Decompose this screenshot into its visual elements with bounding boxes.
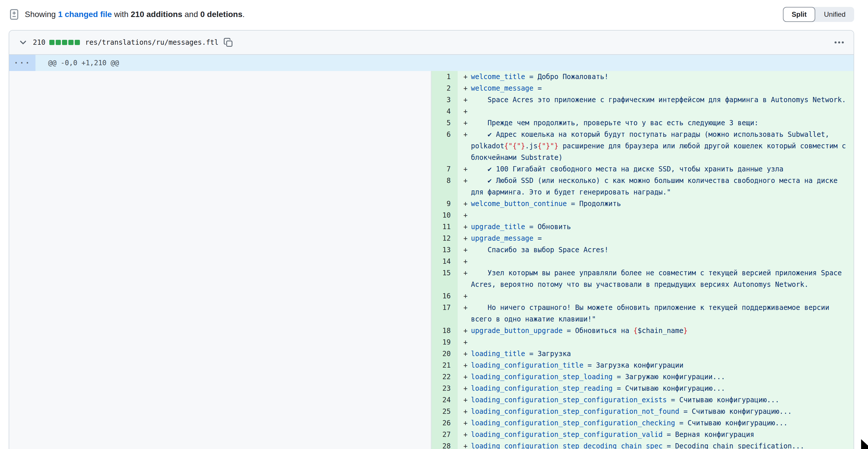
- diff-row: 21+loading_configuration_title = Загрузк…: [431, 360, 854, 371]
- line-number[interactable]: 4: [431, 106, 458, 117]
- diff-row: 20+loading_title = Загрузка: [431, 348, 854, 360]
- added-line: + Узел которым вы ранее управляли более …: [458, 267, 854, 290]
- addition-marker: +: [463, 106, 467, 117]
- line-number[interactable]: 9: [431, 198, 458, 209]
- added-line: +welcome_button_continue = Продолжить: [458, 198, 854, 209]
- diff-row: 14+: [431, 256, 854, 267]
- addition-marker: +: [463, 360, 467, 371]
- line-number[interactable]: 27: [431, 429, 458, 440]
- chevron-down-icon[interactable]: [18, 37, 28, 48]
- code-text: ✔ Адрес кошелька на который будут поступ…: [471, 129, 849, 163]
- addition-marker: +: [463, 417, 467, 429]
- diff-row: 24+loading_configuration_step_configurat…: [431, 394, 854, 406]
- file-header: 210 res/translations/ru/messages.ftl: [9, 31, 854, 55]
- file-diff-icon: [9, 9, 20, 20]
- line-number[interactable]: 14: [431, 256, 458, 267]
- summary-with: with: [112, 10, 131, 19]
- diff-row: 5+ Прежде чем продолжить, проверьте что …: [431, 117, 854, 129]
- code-text: loading_configuration_step_configuration…: [471, 394, 849, 406]
- added-line: +loading_configuration_step_configuratio…: [458, 429, 854, 440]
- addition-marker: +: [463, 348, 467, 360]
- diff-row: 4+: [431, 106, 854, 117]
- diff-view-toggle: Split Unified: [783, 7, 854, 22]
- code-text: welcome_title = Добро Пожаловать!: [471, 71, 849, 83]
- line-number[interactable]: 13: [431, 244, 458, 256]
- kebab-menu-icon[interactable]: [833, 37, 845, 48]
- line-number[interactable]: 6: [431, 129, 458, 163]
- diffstat-block: [56, 40, 61, 45]
- line-number[interactable]: 20: [431, 348, 458, 360]
- line-number[interactable]: 12: [431, 233, 458, 244]
- code-text: Прежде чем продолжить, проверьте что у в…: [471, 117, 849, 129]
- line-number[interactable]: 25: [431, 406, 458, 417]
- line-number[interactable]: 7: [431, 163, 458, 175]
- added-line: +loading_title = Загрузка: [458, 348, 854, 360]
- added-line: +loading_configuration_step_reading = Сч…: [458, 383, 854, 394]
- hunk-header-text: @@ -0,0 +1,210 @@: [35, 55, 854, 71]
- addition-marker: +: [463, 440, 467, 449]
- added-line: +upgrade_button_upgrade = Обновиться на …: [458, 325, 854, 336]
- code-text: [471, 336, 849, 348]
- summary-period: .: [243, 10, 245, 19]
- addition-marker: +: [463, 83, 467, 94]
- diff-row: 2+welcome_message =: [431, 83, 854, 94]
- added-line: + ✔ Адрес кошелька на который будут пост…: [458, 129, 854, 163]
- line-number[interactable]: 10: [431, 209, 458, 221]
- line-number[interactable]: 26: [431, 417, 458, 429]
- diffstat-block: [68, 40, 73, 45]
- addition-marker: +: [463, 267, 467, 279]
- split-view-button[interactable]: Split: [783, 7, 815, 22]
- diff-row: 23+loading_configuration_step_reading = …: [431, 383, 854, 394]
- line-number[interactable]: 16: [431, 290, 458, 302]
- copy-icon[interactable]: [223, 37, 233, 47]
- addition-marker: +: [463, 383, 467, 394]
- code-text: Но ничего страшного! Вы можете обновить …: [471, 302, 849, 325]
- addition-marker: +: [463, 117, 467, 129]
- addition-marker: +: [463, 256, 467, 267]
- code-text: Узел которым вы ранее управляли более не…: [471, 267, 849, 290]
- line-number[interactable]: 21: [431, 360, 458, 371]
- code-text: upgrade_button_upgrade = Обновиться на {…: [471, 325, 849, 336]
- line-number[interactable]: 5: [431, 117, 458, 129]
- line-number[interactable]: 19: [431, 336, 458, 348]
- diff-row: 18+upgrade_button_upgrade = Обновиться н…: [431, 325, 854, 336]
- changed-files-link[interactable]: 1 changed file: [58, 10, 112, 19]
- diffstat-block: [62, 40, 67, 45]
- diff-row: 28+loading_configuration_step_decoding_c…: [431, 440, 854, 449]
- line-number[interactable]: 24: [431, 394, 458, 406]
- expand-hunk-button[interactable]: ···: [9, 55, 35, 71]
- addition-marker: +: [463, 209, 467, 221]
- added-line: +upgrade_message =: [458, 233, 854, 244]
- addition-marker: +: [463, 394, 467, 406]
- diff-row: 13+ Спасибо за выбор Space Acres!: [431, 244, 854, 256]
- code-text: [471, 256, 849, 267]
- code-text: loading_configuration_step_configuration…: [471, 429, 849, 440]
- diff-row: 15+ Узел которым вы ранее управляли боле…: [431, 267, 854, 290]
- file-path: res/translations/ru/messages.ftl: [85, 38, 218, 47]
- line-number[interactable]: 23: [431, 383, 458, 394]
- diff-row: 12+upgrade_message =: [431, 233, 854, 244]
- line-number[interactable]: 11: [431, 221, 458, 233]
- diff-left-pane-empty: [9, 71, 431, 449]
- additions-count-text: 210 additions: [131, 10, 182, 19]
- line-number[interactable]: 3: [431, 94, 458, 106]
- line-number[interactable]: 2: [431, 83, 458, 94]
- line-number[interactable]: 1: [431, 71, 458, 83]
- unified-view-button[interactable]: Unified: [815, 7, 854, 22]
- line-number[interactable]: 15: [431, 267, 458, 290]
- addition-marker: +: [463, 94, 467, 106]
- diff-summary-bar: Showing 1 changed file with 210 addition…: [0, 0, 868, 29]
- code-text: upgrade_message =: [471, 233, 849, 244]
- line-number[interactable]: 17: [431, 302, 458, 325]
- line-number[interactable]: 8: [431, 175, 458, 198]
- diffstat-blocks: [49, 40, 80, 45]
- line-number[interactable]: 22: [431, 371, 458, 383]
- code-text: upgrade_title = Обновить: [471, 221, 849, 233]
- added-line: +: [458, 256, 854, 267]
- deletions-count-text: 0 deletions: [200, 10, 242, 19]
- file-additions-count: 210: [33, 38, 45, 47]
- line-number[interactable]: 18: [431, 325, 458, 336]
- hunk-header-row: ··· @@ -0,0 +1,210 @@: [9, 55, 854, 71]
- line-number[interactable]: 28: [431, 440, 458, 449]
- diff-row: 3+ Space Acres это приложение с графичес…: [431, 94, 854, 106]
